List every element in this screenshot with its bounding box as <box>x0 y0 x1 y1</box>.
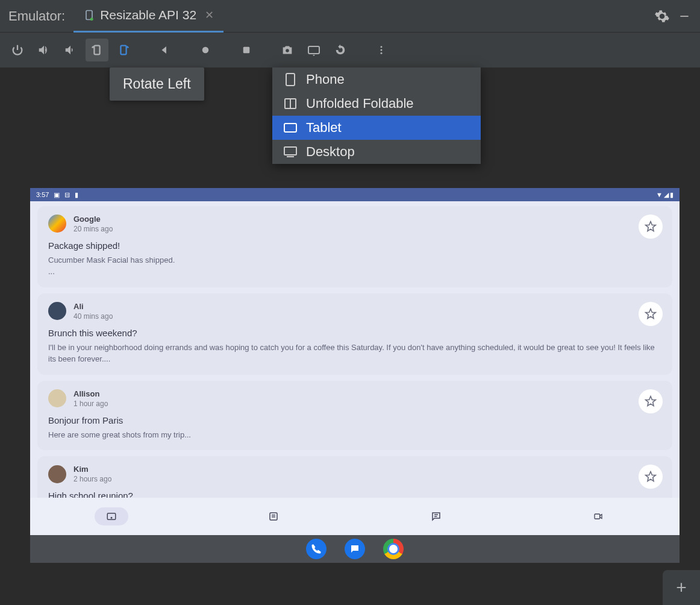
snapshot-button[interactable] <box>329 39 352 61</box>
star-button[interactable] <box>639 465 663 489</box>
avatar <box>48 389 66 407</box>
svg-rect-12 <box>286 74 295 86</box>
message-card[interactable]: Ali 40 mins ago Brunch this weekend? I'l… <box>37 293 672 375</box>
minimize-icon[interactable] <box>678 10 690 22</box>
sender-name: Allison <box>73 389 108 400</box>
display-mode-button[interactable] <box>302 39 325 61</box>
signal-icon: ◢ <box>664 191 669 199</box>
message-title: Brunch this weekend? <box>48 328 661 338</box>
message-card[interactable]: Kim 2 hours ago High school reunion? Hi … <box>37 456 672 498</box>
messages-app-icon[interactable] <box>345 539 365 559</box>
message-body: Here are some great shots from my trip..… <box>48 429 661 441</box>
sender-name: Google <box>73 215 113 225</box>
avatar <box>48 215 66 233</box>
device-icon <box>83 9 95 21</box>
message-title: Bonjour from Paris <box>48 415 661 425</box>
desktop-icon <box>283 146 298 158</box>
tab-label: Resizable API 32 <box>100 8 196 22</box>
svg-point-11 <box>381 52 383 54</box>
svg-point-9 <box>381 46 383 48</box>
wifi-icon: ▼ <box>656 191 663 198</box>
message-more: ... <box>48 266 661 278</box>
message-card[interactable]: Allison 1 hour ago Bonjour from Paris He… <box>37 381 672 450</box>
message-time: 20 mins ago <box>73 225 113 233</box>
display-mode-dropdown: Phone Unfolded Foldable Tablet Desktop <box>272 67 481 164</box>
star-button[interactable] <box>639 215 663 239</box>
nav-articles[interactable] <box>193 511 355 522</box>
nav-chat[interactable] <box>355 511 517 522</box>
emulator-toolbar <box>0 33 700 67</box>
battery-icon: ▮ <box>670 191 673 199</box>
star-button[interactable] <box>639 302 663 326</box>
svg-rect-4 <box>120 46 126 55</box>
overview-button[interactable] <box>235 39 258 61</box>
message-body: Cucumber Mask Facial has shipped. <box>48 254 661 266</box>
svg-rect-8 <box>308 46 319 54</box>
close-tab-icon[interactable]: ✕ <box>205 8 214 22</box>
svg-point-10 <box>381 49 383 51</box>
message-time: 40 mins ago <box>73 312 113 321</box>
rotate-left-tooltip: Rotate Left <box>110 67 204 101</box>
foldable-icon <box>283 98 298 110</box>
home-button[interactable] <box>194 39 217 61</box>
back-button[interactable] <box>153 39 176 61</box>
dropdown-label: Tablet <box>306 120 342 136</box>
message-card[interactable]: Google 20 mins ago Package shipped! Cucu… <box>37 206 672 287</box>
app-tab-nav <box>30 498 680 535</box>
nav-video[interactable] <box>517 512 680 521</box>
volume-up-button[interactable] <box>33 39 55 61</box>
svg-rect-6 <box>243 47 250 54</box>
android-sys-nav <box>30 535 680 563</box>
dropdown-item-foldable[interactable]: Unfolded Foldable <box>272 92 481 116</box>
dropdown-label: Desktop <box>306 144 355 160</box>
svg-point-1 <box>90 17 93 20</box>
message-title: Package shipped! <box>48 240 661 251</box>
emulator-screen: 3:57 ▣ ⊟ ▮ ▼ ◢ ▮ Google 20 mins ago Pack… <box>30 188 680 563</box>
svg-point-5 <box>202 47 209 54</box>
statusbar-time: 3:57 <box>36 191 49 198</box>
dropdown-item-desktop[interactable]: Desktop <box>272 140 481 164</box>
phone-outline-icon <box>283 72 298 87</box>
chrome-app-icon[interactable] <box>383 539 404 559</box>
emulator-tab[interactable]: Resizable API 32 ✕ <box>73 0 223 33</box>
svg-point-19 <box>111 518 112 519</box>
dropdown-item-phone[interactable]: Phone <box>272 67 481 92</box>
svg-rect-25 <box>595 514 600 519</box>
statusbar-icon: ▣ <box>54 191 60 199</box>
message-feed[interactable]: Google 20 mins ago Package shipped! Cucu… <box>30 201 680 498</box>
message-title: High school reunion? <box>48 491 661 498</box>
nav-inbox[interactable] <box>30 507 193 525</box>
rotate-right-button[interactable] <box>112 39 135 61</box>
star-button[interactable] <box>639 389 663 413</box>
add-button[interactable]: + <box>663 570 700 605</box>
android-statusbar: 3:57 ▣ ⊟ ▮ ▼ ◢ ▮ <box>30 188 680 201</box>
phone-app-icon[interactable] <box>306 539 327 559</box>
sender-name: Kim <box>73 465 111 475</box>
svg-rect-3 <box>94 46 99 55</box>
message-body: I'll be in your neighborhood doing erran… <box>48 342 661 365</box>
avatar <box>48 465 66 483</box>
rotate-left-button[interactable] <box>86 39 108 61</box>
avatar <box>48 302 66 320</box>
emulator-topbar: Emulator: Resizable API 32 ✕ <box>0 0 700 33</box>
emulator-label: Emulator: <box>0 8 73 24</box>
dropdown-label: Phone <box>306 72 345 87</box>
svg-rect-16 <box>284 147 296 155</box>
sender-name: Ali <box>73 302 113 312</box>
svg-rect-15 <box>284 124 296 132</box>
gear-icon[interactable] <box>654 8 670 24</box>
statusbar-icon: ▮ <box>75 191 78 199</box>
message-time: 2 hours ago <box>73 475 111 483</box>
more-button[interactable] <box>370 39 393 61</box>
statusbar-icon: ⊟ <box>64 191 70 199</box>
svg-point-7 <box>286 49 289 52</box>
tablet-outline-icon <box>283 122 298 133</box>
volume-down-button[interactable] <box>59 39 82 61</box>
svg-rect-2 <box>680 16 688 17</box>
power-button[interactable] <box>6 39 29 61</box>
screenshot-button[interactable] <box>276 39 299 61</box>
dropdown-item-tablet[interactable]: Tablet <box>272 116 481 140</box>
message-time: 1 hour ago <box>73 400 108 408</box>
dropdown-label: Unfolded Foldable <box>306 96 414 111</box>
